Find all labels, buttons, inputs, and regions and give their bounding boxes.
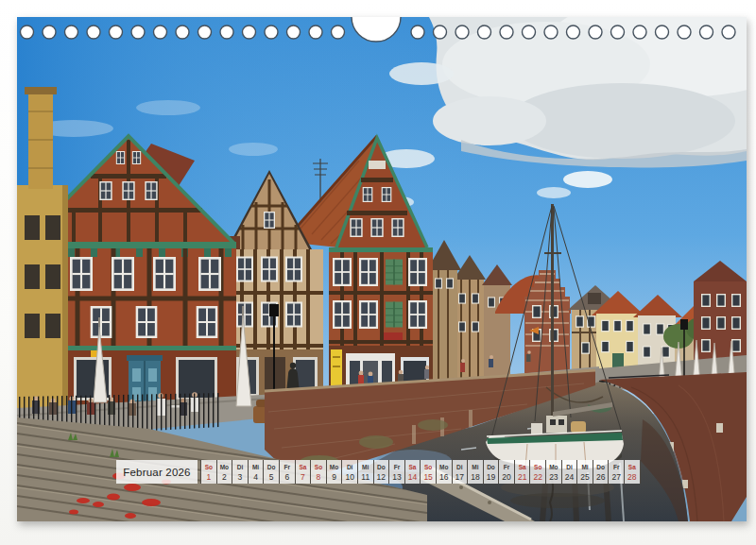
binding-hole xyxy=(154,26,167,39)
day-number: 10 xyxy=(342,472,357,483)
binding-hole xyxy=(309,26,322,39)
binding-hole xyxy=(332,26,345,39)
day-number: 28 xyxy=(625,472,640,483)
binding-hole xyxy=(87,26,100,39)
day-grid: So 1 Mo 2 Di 3 Mi 4 xyxy=(200,460,641,484)
day-number: 12 xyxy=(374,472,389,483)
day-number: 4 xyxy=(249,472,264,483)
day-cell: So 15 xyxy=(420,460,436,484)
binding-holes-left xyxy=(21,26,345,39)
binding-hole xyxy=(700,26,713,39)
weekday-label: So xyxy=(201,462,216,472)
day-cell: Fr 20 xyxy=(498,460,514,484)
day-cell: Fr 6 xyxy=(279,460,295,484)
binding-hole xyxy=(478,26,491,39)
weekday-label: Mi xyxy=(358,462,373,472)
weekday-label: Do xyxy=(374,462,389,472)
day-cell: Sa 7 xyxy=(295,460,311,484)
day-cell: So 8 xyxy=(310,460,326,484)
weekday-label: Mi xyxy=(468,462,483,472)
day-number: 1 xyxy=(201,472,216,483)
day-cell: Fr 13 xyxy=(388,460,404,484)
weekday-label: Do xyxy=(593,462,609,472)
binding-hole xyxy=(434,26,447,39)
day-number: 15 xyxy=(421,472,436,483)
binding-hole xyxy=(678,26,691,39)
weekday-label: Mo xyxy=(546,462,561,472)
binding-hole xyxy=(131,26,145,39)
weekday-label: Mo xyxy=(217,462,232,472)
binding-hole xyxy=(43,26,56,39)
binding-hole xyxy=(220,26,233,39)
weekday-label: Mi xyxy=(577,462,593,472)
day-cell: Sa 28 xyxy=(624,460,640,484)
day-number: 27 xyxy=(609,472,624,483)
day-cell: Di 3 xyxy=(232,460,248,484)
day-number: 19 xyxy=(484,472,499,483)
binding-holes-right xyxy=(411,26,735,39)
weekday-label: So xyxy=(421,462,436,472)
day-number: 24 xyxy=(562,472,577,483)
day-number: 13 xyxy=(389,472,404,483)
day-cell: Mo 9 xyxy=(326,460,342,484)
binding-hole xyxy=(198,26,212,39)
month-label: Februar 2026 xyxy=(116,460,198,484)
weekday-label: Mi xyxy=(249,462,264,472)
weekday-label: Di xyxy=(342,462,357,472)
day-cell: Do 5 xyxy=(263,460,279,484)
weekday-label: Di xyxy=(232,462,248,472)
day-number: 7 xyxy=(296,472,311,483)
day-number: 21 xyxy=(515,472,530,483)
day-cell: Mo 16 xyxy=(436,460,452,484)
weekday-label: Sa xyxy=(405,462,421,472)
binding-hole xyxy=(243,26,256,39)
binding-hole xyxy=(455,26,469,39)
day-number: 8 xyxy=(311,472,326,483)
weekday-label: Fr xyxy=(609,462,624,472)
binding-hole xyxy=(567,26,580,39)
binding-hole xyxy=(722,26,735,39)
day-cell: Mi 25 xyxy=(576,460,593,484)
day-cell: Sa 21 xyxy=(514,460,530,484)
day-number: 23 xyxy=(546,472,561,483)
day-cell: So 22 xyxy=(529,460,545,484)
binding-hole xyxy=(411,26,424,39)
binding-hole xyxy=(523,26,536,39)
day-number: 26 xyxy=(593,472,609,483)
day-number: 5 xyxy=(264,472,279,483)
day-number: 22 xyxy=(530,472,545,483)
day-number: 14 xyxy=(405,472,421,483)
day-cell: Do 12 xyxy=(373,460,389,484)
binding-hole xyxy=(65,26,78,39)
day-cell: Di 10 xyxy=(341,460,357,484)
day-cell: Do 19 xyxy=(483,460,499,484)
day-number: 9 xyxy=(327,472,342,483)
binding-hole xyxy=(21,26,34,39)
binding-hole xyxy=(611,26,625,39)
binding-hole xyxy=(500,26,513,39)
day-number: 17 xyxy=(453,472,468,483)
weekday-label: Mo xyxy=(327,462,342,472)
calendar-strip: Februar 2026 So 1 Mo 2 Di 3 M xyxy=(116,460,641,484)
calendar-page: Februar 2026 So 1 Mo 2 Di 3 M xyxy=(17,17,747,521)
day-cell: Do 26 xyxy=(593,460,609,484)
day-cell: Mi 11 xyxy=(357,460,373,484)
day-number: 3 xyxy=(232,472,248,483)
day-cell: Mo 23 xyxy=(545,460,561,484)
weekday-label: Di xyxy=(562,462,577,472)
binding-hole xyxy=(176,26,189,39)
day-cell: So 1 xyxy=(200,460,216,484)
binding-hole xyxy=(110,26,123,39)
day-cell: Mi 18 xyxy=(467,460,483,484)
weekday-label: So xyxy=(530,462,545,472)
weekday-label: Di xyxy=(453,462,468,472)
day-cell: Fr 27 xyxy=(608,460,624,484)
weekday-label: Sa xyxy=(625,462,640,472)
day-number: 2 xyxy=(217,472,232,483)
day-cell: Mi 4 xyxy=(248,460,264,484)
binding-hole xyxy=(544,26,558,39)
day-number: 16 xyxy=(437,472,452,483)
day-cell: Sa 14 xyxy=(404,460,421,484)
day-number: 6 xyxy=(280,472,295,483)
weekday-label: Sa xyxy=(515,462,530,472)
